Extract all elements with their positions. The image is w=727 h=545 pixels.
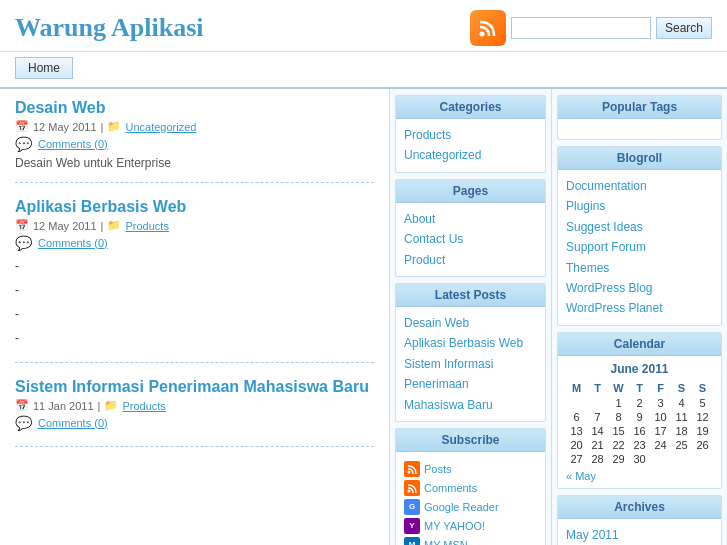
page-contact[interactable]: Contact Us — [404, 229, 537, 249]
calendar-day[interactable]: 26 — [692, 438, 713, 452]
page-product[interactable]: Product — [404, 250, 537, 270]
calendar-day[interactable]: 19 — [692, 424, 713, 438]
archive-may-2011[interactable]: May 2011 — [566, 525, 713, 545]
blogroll-plugins[interactable]: Plugins — [566, 196, 713, 216]
msn-icon: M — [404, 537, 420, 545]
calendar-day[interactable]: 8 — [608, 410, 629, 424]
calendar-day[interactable]: 24 — [650, 438, 671, 452]
categories-content: Products Uncategorized — [396, 119, 545, 172]
calendar-day[interactable]: 29 — [608, 452, 629, 466]
pages-content: About Contact Us Product — [396, 203, 545, 276]
calendar-day[interactable]: 15 — [608, 424, 629, 438]
post-comments-1[interactable]: Comments (0) — [38, 138, 108, 150]
latest-post-1[interactable]: Aplikasi Berbasis Web — [404, 333, 537, 353]
post-comments-meta-2: 💬 Comments (0) — [15, 235, 374, 251]
blogroll-content: Documentation Plugins Suggest Ideas Supp… — [558, 170, 721, 325]
calendar-day[interactable]: 18 — [671, 424, 692, 438]
calendar-day[interactable]: 30 — [629, 452, 650, 466]
post-comments-meta-1: 💬 Comments (0) — [15, 136, 374, 152]
popular-tags-title: Popular Tags — [558, 96, 721, 119]
calendar-icon-3: 📅 — [15, 399, 29, 412]
page-about[interactable]: About — [404, 209, 537, 229]
calendar-day[interactable]: 28 — [587, 452, 608, 466]
subscribe-comments-link[interactable]: Comments — [424, 482, 477, 494]
calendar-day[interactable]: 5 — [692, 396, 713, 410]
category-uncategorized[interactable]: Uncategorized — [404, 145, 537, 165]
search-button[interactable]: Search — [656, 17, 712, 39]
popular-tags-content — [558, 119, 721, 139]
calendar-day[interactable]: 12 — [692, 410, 713, 424]
calendar-day[interactable]: 16 — [629, 424, 650, 438]
calendar-icon-2: 📅 — [15, 219, 29, 232]
site-title: Warung Aplikasi — [15, 13, 204, 43]
blogroll-support-forum[interactable]: Support Forum — [566, 237, 713, 257]
calendar-day[interactable]: 11 — [671, 410, 692, 424]
category-products[interactable]: Products — [404, 125, 537, 145]
post-meta-3: 📅 11 Jan 2011 | 📁 Products — [15, 399, 374, 412]
post-sistem-informasi: Sistem Informasi Penerimaan Mahasiswa Ba… — [15, 378, 374, 447]
post-comments-2[interactable]: Comments (0) — [38, 237, 108, 249]
calendar-day — [587, 396, 608, 410]
comment-icon-1: 💬 — [15, 136, 32, 152]
pages-box: Pages About Contact Us Product — [395, 179, 546, 277]
cal-header-sun: S — [692, 380, 713, 396]
post-title-desain-web[interactable]: Desain Web — [15, 99, 105, 116]
calendar-day[interactable]: 3 — [650, 396, 671, 410]
calendar-day[interactable]: 10 — [650, 410, 671, 424]
bullet-2 — [15, 278, 374, 302]
comment-icon-3: 💬 — [15, 415, 32, 431]
calendar-day[interactable]: 14 — [587, 424, 608, 438]
bullet-4 — [15, 326, 374, 350]
blogroll-themes[interactable]: Themes — [566, 258, 713, 278]
subscribe-yahoo-link[interactable]: MY YAHOO! — [424, 520, 485, 532]
calendar-day[interactable]: 2 — [629, 396, 650, 410]
post-title-aplikasi-web[interactable]: Aplikasi Berbasis Web — [15, 198, 186, 215]
post-date-3: 11 Jan 2011 — [33, 400, 94, 412]
calendar-day[interactable]: 20 — [566, 438, 587, 452]
calendar-table: M T W T F S S 12345678910111213141516171… — [566, 380, 713, 466]
calendar-day[interactable]: 1 — [608, 396, 629, 410]
svg-point-1 — [408, 470, 411, 473]
blogroll-suggest-ideas[interactable]: Suggest Ideas — [566, 217, 713, 237]
calendar-day[interactable]: 25 — [671, 438, 692, 452]
search-input[interactable] — [511, 17, 651, 39]
calendar-prev[interactable]: « May — [566, 470, 596, 482]
calendar-day[interactable]: 22 — [608, 438, 629, 452]
post-category-2[interactable]: Products — [125, 220, 168, 232]
subscribe-msn-link[interactable]: MY MSN — [424, 539, 468, 545]
post-title-sistem-informasi[interactable]: Sistem Informasi Penerimaan Mahasiswa Ba… — [15, 378, 369, 395]
subscribe-title: Subscribe — [396, 429, 545, 452]
blogroll-documentation[interactable]: Documentation — [566, 176, 713, 196]
latest-post-2[interactable]: Sistem Informasi Penerimaan — [404, 354, 537, 395]
calendar-day[interactable]: 6 — [566, 410, 587, 424]
subscribe-google-link[interactable]: Google Reader — [424, 501, 499, 513]
post-category-3[interactable]: Products — [122, 400, 165, 412]
post-category-1[interactable]: Uncategorized — [125, 121, 196, 133]
calendar-day[interactable]: 17 — [650, 424, 671, 438]
post-comments-3[interactable]: Comments (0) — [38, 417, 108, 429]
calendar-box: Calendar June 2011 M T W T F S — [557, 332, 722, 489]
blogroll-wp-planet[interactable]: WordPress Planet — [566, 298, 713, 318]
latest-posts-title: Latest Posts — [396, 284, 545, 307]
subscribe-posts-link[interactable]: Posts — [424, 463, 452, 475]
blogroll-wp-blog[interactable]: WordPress Blog — [566, 278, 713, 298]
cal-header-wed: W — [608, 380, 629, 396]
rss-comments-icon — [404, 480, 420, 496]
nav-home-button[interactable]: Home — [15, 57, 73, 79]
rss-header-icon[interactable] — [470, 10, 506, 46]
calendar-day[interactable]: 4 — [671, 396, 692, 410]
calendar-day[interactable]: 7 — [587, 410, 608, 424]
post-meta-1: 📅 12 May 2011 | 📁 Uncategorized — [15, 120, 374, 133]
cal-header-fri: F — [650, 380, 671, 396]
archives-title: Archives — [558, 496, 721, 519]
calendar-day[interactable]: 9 — [629, 410, 650, 424]
calendar-day[interactable]: 23 — [629, 438, 650, 452]
latest-post-3[interactable]: Mahasiswa Baru — [404, 395, 537, 415]
latest-post-0[interactable]: Desain Web — [404, 313, 537, 333]
post-bullets-2 — [15, 254, 374, 350]
calendar-day[interactable]: 27 — [566, 452, 587, 466]
calendar-day[interactable]: 21 — [587, 438, 608, 452]
calendar-nav: « May — [566, 470, 713, 482]
calendar-day[interactable]: 13 — [566, 424, 587, 438]
main-content: Desain Web 📅 12 May 2011 | 📁 Uncategoriz… — [0, 89, 390, 545]
